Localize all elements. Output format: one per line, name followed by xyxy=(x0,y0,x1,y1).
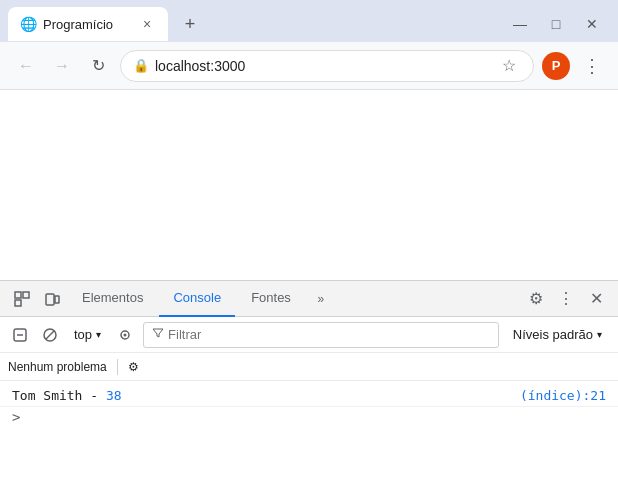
devtools-tab-sources[interactable]: Fontes xyxy=(237,281,305,317)
console-entry: Tom Smith - 38 (índice):21 xyxy=(0,385,618,407)
profile-button[interactable]: P xyxy=(542,52,570,80)
tab-favicon: 🌐 xyxy=(20,16,37,32)
log-levels-selector[interactable]: Níveis padrão ▾ xyxy=(505,325,610,344)
maximize-button[interactable]: □ xyxy=(542,10,570,38)
reload-icon: ↻ xyxy=(92,56,105,75)
devtools-header: Elementos Console Fontes » ⚙ ⋮ ✕ xyxy=(0,281,618,317)
bookmark-button[interactable]: ☆ xyxy=(497,54,521,78)
navigation-bar: ← → ↻ 🔒 localhost:3000 ☆ P ⋮ xyxy=(0,42,618,90)
forward-icon: → xyxy=(54,57,70,75)
more-tabs-button[interactable]: » xyxy=(307,285,335,313)
devtools-tab-console[interactable]: Console xyxy=(159,281,235,317)
clear-console-button[interactable] xyxy=(8,323,32,347)
minimize-button[interactable]: — xyxy=(506,10,534,38)
prompt-chevron-icon: > xyxy=(12,409,20,425)
svg-rect-2 xyxy=(15,300,21,306)
devtools-more-button[interactable]: ⋮ xyxy=(552,285,580,313)
filter-icon xyxy=(152,327,164,342)
new-tab-button[interactable]: + xyxy=(176,10,204,38)
console-source-link[interactable]: (índice):21 xyxy=(520,388,606,403)
svg-rect-0 xyxy=(15,292,21,298)
more-tabs-icon: » xyxy=(318,292,325,306)
close-devtools-icon: ✕ xyxy=(590,289,603,308)
filter-input[interactable] xyxy=(168,327,490,342)
svg-rect-1 xyxy=(23,292,29,298)
svg-rect-4 xyxy=(55,296,59,303)
window-controls: — □ ✕ xyxy=(506,10,610,38)
devtools-status-bar: Nenhum problema ⚙ xyxy=(0,353,618,381)
status-divider xyxy=(117,359,118,375)
back-button[interactable]: ← xyxy=(12,52,40,80)
back-icon: ← xyxy=(18,57,34,75)
settings-icon: ⚙ xyxy=(529,289,543,308)
block-console-button[interactable] xyxy=(38,323,62,347)
device-toolbar-button[interactable] xyxy=(38,285,66,313)
page-content xyxy=(0,90,618,280)
close-window-button[interactable]: ✕ xyxy=(578,10,606,38)
devtools-close-button[interactable]: ✕ xyxy=(582,285,610,313)
levels-label: Níveis padrão xyxy=(513,327,593,342)
browser-menu-button[interactable]: ⋮ xyxy=(578,52,606,80)
devtools-panel: Elementos Console Fontes » ⚙ ⋮ ✕ xyxy=(0,280,618,500)
context-arrow-icon: ▾ xyxy=(96,329,101,340)
browser-window: 🌐 Programício × + — □ ✕ ← → ↻ 🔒 localhos… xyxy=(0,0,618,500)
active-tab[interactable]: 🌐 Programício × xyxy=(8,7,168,41)
tab-close-button[interactable]: × xyxy=(138,15,156,33)
devtools-settings-button[interactable]: ⚙ xyxy=(522,285,550,313)
console-text: Tom Smith - 38 xyxy=(12,388,520,403)
security-icon: 🔒 xyxy=(133,58,149,73)
tab-bar: 🌐 Programício × + — □ ✕ xyxy=(0,0,618,42)
context-selector[interactable]: top ▾ xyxy=(68,325,107,344)
live-expressions-button[interactable] xyxy=(113,323,137,347)
no-problems-label: Nenhum problema xyxy=(8,360,107,374)
forward-button[interactable]: → xyxy=(48,52,76,80)
console-text-prefix: Tom Smith - xyxy=(12,388,106,403)
url-display: localhost:3000 xyxy=(155,58,491,74)
svg-point-10 xyxy=(124,333,127,336)
issues-settings-icon[interactable]: ⚙ xyxy=(128,360,139,374)
tab-title: Programício xyxy=(43,17,132,32)
levels-arrow-icon: ▾ xyxy=(597,329,602,340)
more-options-icon: ⋮ xyxy=(558,289,574,308)
svg-line-8 xyxy=(46,331,54,339)
console-prompt[interactable]: > xyxy=(0,407,618,427)
devtools-toolbar: top ▾ Níveis padrão ▾ xyxy=(0,317,618,353)
devtools-tab-elements[interactable]: Elementos xyxy=(68,281,157,317)
reload-button[interactable]: ↻ xyxy=(84,52,112,80)
address-bar[interactable]: 🔒 localhost:3000 ☆ xyxy=(120,50,534,82)
console-number: 38 xyxy=(106,388,122,403)
svg-rect-3 xyxy=(46,294,54,305)
console-filter-box[interactable] xyxy=(143,322,499,348)
context-label: top xyxy=(74,327,92,342)
console-output: Tom Smith - 38 (índice):21 > xyxy=(0,381,618,500)
inspect-element-button[interactable] xyxy=(8,285,36,313)
